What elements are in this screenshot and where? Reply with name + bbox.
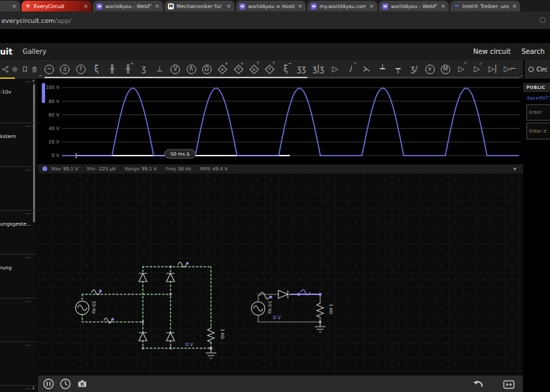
search-button[interactable]: Search [522, 48, 545, 55]
led-icon[interactable]: ▷↗ [456, 61, 466, 77]
potentiometer-icon[interactable]: ξ→ [281, 61, 291, 77]
diode-icon[interactable]: ▷| [488, 61, 497, 77]
description-field[interactable] [526, 123, 550, 139]
transformer-icon[interactable]: ʒʒ [297, 61, 306, 77]
probe-icon[interactable] [259, 292, 270, 299]
circuit-list-item[interactable]: ⋯rung [0, 254, 38, 298]
relay-icon[interactable]: ʒ∕ [409, 61, 419, 77]
tab-close-icon[interactable]: × [369, 3, 374, 9]
settings-gear-icon[interactable] [11, 65, 18, 73]
cccs-icon[interactable]: ↑↑ [265, 61, 274, 77]
resistor-symbol[interactable] [317, 302, 324, 318]
tab-close-icon[interactable]: × [154, 3, 160, 9]
diode-symbol[interactable] [166, 333, 175, 341]
zener-diode-icon[interactable]: ▷⌐ [504, 61, 516, 77]
item-menu-icon[interactable]: ⋯ [25, 387, 31, 392]
oscilloscope-panel[interactable]: 0 V20 V40 V60 V80 V100 V50 ms Δ [38, 79, 523, 164]
item-menu-icon[interactable]: ⋯ [25, 79, 31, 85]
polarized-capacitor-icon[interactable]: ╫+ [123, 61, 133, 77]
item-menu-icon[interactable]: ⋯ [25, 124, 31, 129]
diode-symbol[interactable] [278, 290, 288, 298]
photodiode-icon[interactable]: ▷↙ [472, 61, 482, 77]
screenshot-camera-button[interactable] [76, 378, 88, 390]
circuit-bridge-rectifier[interactable]: 50 Hz 1 kΩ 0 V [75, 262, 225, 358]
extension-icon[interactable] [540, 18, 545, 23]
item-menu-icon[interactable]: ⋯ [25, 211, 31, 217]
ground-symbol[interactable] [206, 348, 216, 358]
circuit-list-item[interactable]: ⋯-10v [0, 79, 38, 123]
trash-icon[interactable] [31, 65, 38, 73]
browser-tab[interactable]: MMechatroniker für Elektro× [164, 1, 235, 11]
tab-close-icon[interactable]: × [440, 3, 446, 9]
collapse-scope-icon[interactable]: ▼ [513, 166, 516, 171]
tab-close-icon[interactable]: × [297, 3, 303, 9]
ac-voltage-source-icon[interactable]: ~ [44, 61, 54, 77]
vcvs-icon[interactable]: ±+ [218, 61, 227, 77]
pause-button[interactable] [42, 378, 55, 390]
gallery-menu[interactable]: Gallery [22, 48, 47, 55]
browser-tab-partial[interactable]: × [0, 1, 20, 11]
toolbar-scroll-left-icon[interactable]: ← [39, 74, 43, 79]
toolbar-scrollbar-thumb[interactable] [44, 77, 307, 78]
probe-dot[interactable] [111, 318, 114, 321]
username-link[interactable]: dave9977 [526, 95, 550, 101]
resistor-symbol[interactable] [208, 327, 214, 343]
circuit-list-item[interactable]: ⋯ [0, 341, 38, 385]
browser-tab[interactable]: wmy.world4you.com× [307, 1, 377, 11]
browser-tab[interactable]: ✳EveryCircuit× [22, 1, 92, 11]
share-icon[interactable] [2, 65, 9, 73]
motor-icon[interactable]: M [441, 61, 450, 77]
browser-tab[interactable]: wworld4you = Hosting-Pro× [236, 1, 306, 11]
transformer-core-icon[interactable]: ʒ|ʒ [313, 61, 324, 77]
ccvs-icon[interactable]: ±↑ [249, 61, 259, 77]
circuit-list-item[interactable]: ⋯ [0, 298, 38, 341]
item-menu-icon[interactable]: ⋯ [25, 255, 31, 261]
diode-symbol[interactable] [166, 273, 175, 282]
switch-spdt-icon[interactable]: ⋋ [362, 61, 371, 77]
tab-close-icon[interactable]: × [512, 3, 517, 9]
ground-icon[interactable]: ⊥ [155, 61, 164, 77]
item-menu-icon[interactable]: ⋯ [25, 168, 31, 173]
undo-button[interactable] [472, 379, 484, 389]
tab-close-icon[interactable]: × [83, 3, 88, 9]
scope-channel-indicator[interactable] [42, 83, 45, 103]
circuit-half-wave-rectifier[interactable]: 50 Hz 1 kΩ 0 V [251, 290, 334, 332]
title-field[interactable] [526, 104, 550, 121]
lamp-icon[interactable]: × [425, 61, 435, 77]
ground-symbol[interactable] [315, 322, 326, 332]
tab-close-icon[interactable]: × [226, 3, 231, 9]
url-bar[interactable]: everycircuit.com/app/ [0, 11, 550, 30]
ohmmeter-icon[interactable]: Ω [202, 61, 212, 77]
probe-dot[interactable] [270, 296, 272, 298]
circuit-list-item[interactable]: ⋯kstern [0, 123, 38, 166]
toolbar-scrollbar[interactable] [44, 77, 519, 78]
visibility-tab-public[interactable]: PUBLIC [526, 85, 545, 90]
circuit-list-item[interactable]: ⋯ [0, 385, 38, 392]
ammeter-icon[interactable]: A [187, 61, 196, 77]
circuit-list-item[interactable]: ⋯ [0, 166, 38, 210]
pushbutton-nc-icon[interactable]: ┯ [394, 61, 403, 77]
probe-dot[interactable] [99, 290, 102, 292]
sim-speed-clock-button[interactable] [59, 378, 71, 390]
inductor-icon[interactable]: ʒ [139, 61, 148, 77]
fit-view-button[interactable] [503, 379, 515, 390]
bookmark-icon[interactable] [22, 65, 28, 73]
tab-close-icon[interactable]: × [11, 3, 17, 9]
diode-symbol[interactable] [139, 273, 147, 282]
switch-spst-icon[interactable]: ∕• [346, 61, 356, 77]
new-circuit-button[interactable]: New circuit [473, 48, 511, 55]
circuit-list-item[interactable]: ⋯ungsgeste... [0, 210, 38, 254]
item-menu-icon[interactable]: ⋯ [25, 299, 31, 304]
opamp-icon[interactable]: ▷ [330, 61, 340, 77]
capacitor-icon[interactable]: ╫ [108, 61, 117, 77]
browser-tab[interactable]: ≡Intel® Treiber- und Supp× [450, 1, 520, 11]
schematic-canvas[interactable]: 50 Hz 1 kΩ 0 V [38, 173, 523, 375]
current-source-icon[interactable]: ↑ [76, 61, 86, 77]
browser-tab[interactable]: wworld4you - WebFTP× [93, 1, 163, 11]
item-menu-icon[interactable]: ⋯ [25, 343, 31, 348]
dc-voltage-source-icon[interactable]: ± [60, 61, 69, 77]
resistor-icon[interactable]: ξ [92, 61, 101, 77]
browser-tab[interactable]: wworld4you - WebFTP× [379, 1, 449, 11]
diode-symbol[interactable] [139, 333, 147, 341]
vccs-icon[interactable]: ↑+ [234, 61, 243, 77]
